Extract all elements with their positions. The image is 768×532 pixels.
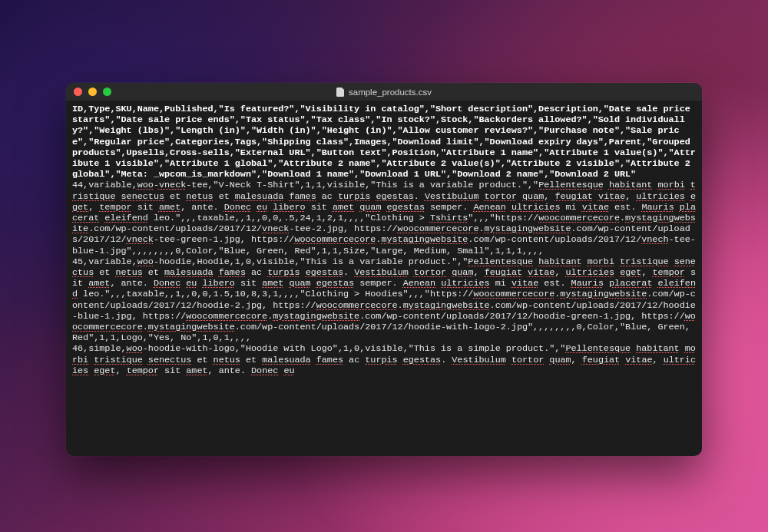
- window-titlebar[interactable]: sample_products.csv: [66, 83, 702, 101]
- file-content[interactable]: ID,Type,SKU,Name,Published,"Is featured?…: [66, 101, 702, 456]
- traffic-lights: [66, 88, 111, 96]
- window-title: sample_products.csv: [349, 88, 432, 97]
- document-icon: [336, 88, 344, 97]
- zoom-button[interactable]: [103, 88, 111, 96]
- text-editor-window: sample_products.csv ID,Type,SKU,Name,Pub…: [66, 83, 702, 456]
- minimize-button[interactable]: [88, 88, 97, 96]
- title-wrap: sample_products.csv: [66, 88, 702, 97]
- close-button[interactable]: [74, 88, 82, 96]
